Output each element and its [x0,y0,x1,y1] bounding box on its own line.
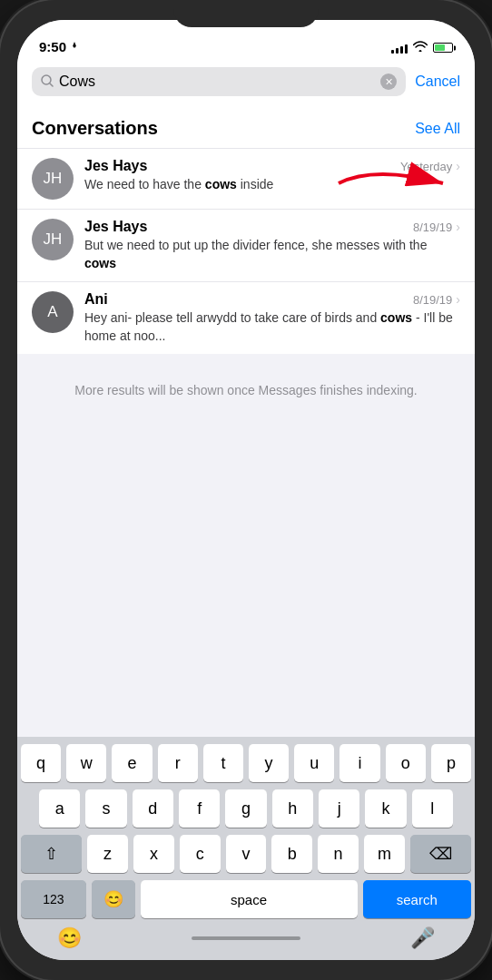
keyboard-row-1: q w e r t y u i o p [21,744,471,782]
conversation-top: Jes Hays Yesterday › [84,158,460,174]
phone-screen: 9:50 [17,20,475,960]
key-o[interactable]: o [386,744,426,782]
conversation-body: Jes Hays 8/19/19 › But we need to put up… [84,219,460,272]
key-v[interactable]: v [226,835,267,873]
key-x[interactable]: x [133,835,174,873]
table-row[interactable]: JH Jes Hays Yesterday › We need to have … [17,148,475,209]
avatar: JH [32,158,74,200]
status-icons [391,41,453,54]
delete-key[interactable]: ⌫ [410,835,471,873]
see-all-link[interactable]: See All [415,121,460,137]
contact-name: Ani [84,291,108,308]
message-date: Yesterday › [400,159,460,173]
table-row[interactable]: JH Jes Hays 8/19/19 › But we need to put… [17,209,475,281]
keyboard-row-4: 123 😊 space search [21,880,471,918]
search-magnifier-icon [41,74,54,90]
avatar: A [32,291,74,333]
conversations-title: Conversations [32,118,158,139]
emoji-icon[interactable]: 😊 [57,926,82,950]
keyboard-bottom-bar: 😊 🎤 [21,926,471,956]
conversation-body: Ani 8/19/19 › Hey ani- please tell arwyd… [84,291,460,345]
key-e[interactable]: e [112,744,152,782]
key-c[interactable]: c [180,835,221,873]
message-preview: Hey ani- please tell arwydd to take care… [84,309,460,345]
key-w[interactable]: w [66,744,106,782]
signal-icon [391,43,408,54]
wifi-icon [413,41,428,54]
battery-icon [433,43,453,53]
key-n[interactable]: n [318,835,359,873]
indexing-info-text: More results will be shown once Messages… [17,354,475,427]
numbers-key[interactable]: 123 [21,880,86,918]
key-i[interactable]: i [339,744,379,782]
search-key[interactable]: search [363,880,472,918]
space-key[interactable]: space [141,880,358,918]
key-y[interactable]: y [249,744,289,782]
key-m[interactable]: m [364,835,405,873]
svg-line-2 [50,83,53,86]
key-z[interactable]: z [87,835,128,873]
cancel-button[interactable]: Cancel [415,74,460,90]
key-p[interactable]: p [431,744,471,782]
phone-frame: 9:50 [0,0,492,980]
message-date: 8/19/19 › [413,220,460,234]
svg-point-0 [74,44,76,47]
search-input-wrap[interactable]: Cows ✕ [32,67,406,96]
key-q[interactable]: q [21,744,61,782]
avatar: JH [32,219,74,260]
key-g[interactable]: g [225,789,266,828]
message-preview: We need to have the cows inside [84,176,460,194]
key-f[interactable]: f [179,789,220,828]
message-preview: But we need to put up the divider fence,… [84,237,460,272]
keyboard: q w e r t y u i o p a s d f g h j k [17,737,475,960]
contact-name: Jes Hays [84,219,147,235]
key-a[interactable]: a [39,789,80,828]
key-s[interactable]: s [85,789,126,828]
table-row[interactable]: A Ani 8/19/19 › Hey ani- please tell arw… [17,281,475,354]
conversation-top: Jes Hays 8/19/19 › [84,219,460,235]
key-r[interactable]: r [158,744,198,782]
key-j[interactable]: j [319,789,359,828]
status-time: 9:50 [39,39,79,54]
message-date: 8/19/19 › [413,292,460,307]
notch [173,0,319,27]
main-content: Conversations See All JH Jes Hays Yester… [17,105,475,427]
emoji-key[interactable]: 😊 [92,880,135,918]
location-icon [70,42,79,53]
microphone-icon[interactable]: 🎤 [410,926,435,950]
keyboard-row-2: a s d f g h j k l [21,789,471,828]
key-k[interactable]: k [365,789,406,828]
shift-key[interactable]: ⇧ [21,835,82,873]
search-bar[interactable]: Cows ✕ Cancel [17,60,475,105]
conversation-top: Ani 8/19/19 › [84,291,460,308]
conversation-body: Jes Hays Yesterday › We need to have the… [84,158,460,194]
key-b[interactable]: b [271,835,312,873]
conversations-header: Conversations See All [17,105,475,148]
clear-search-button[interactable]: ✕ [380,74,397,90]
keyboard-row-3: ⇧ z x c v b n m ⌫ [21,835,471,873]
conversations-list: JH Jes Hays Yesterday › We need to have … [17,148,475,354]
contact-name: Jes Hays [84,158,147,174]
key-u[interactable]: u [294,744,334,782]
search-input[interactable]: Cows [59,74,375,90]
home-indicator [192,936,300,940]
key-l[interactable]: l [412,789,453,828]
key-h[interactable]: h [272,789,313,828]
key-t[interactable]: t [203,744,243,782]
key-d[interactable]: d [133,789,173,828]
